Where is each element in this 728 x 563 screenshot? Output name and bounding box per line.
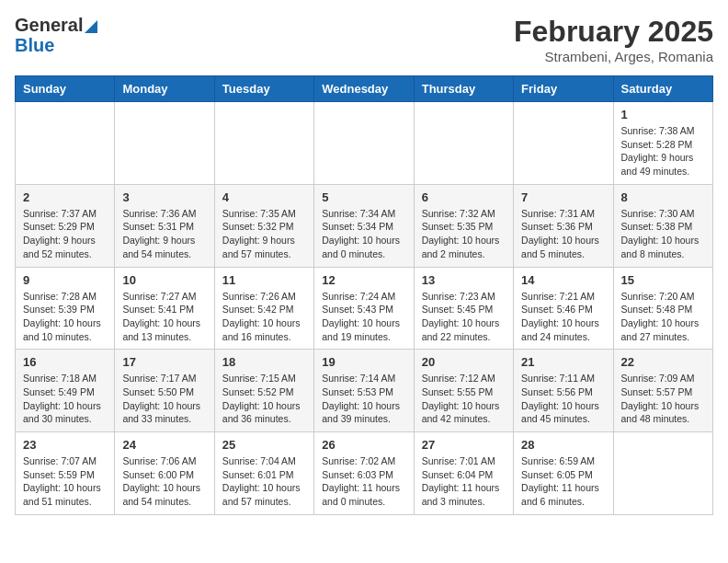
day-info: Sunrise: 7:27 AM Sunset: 5:41 PM Dayligh… — [122, 290, 206, 344]
day-info: Sunrise: 7:14 AM Sunset: 5:53 PM Dayligh… — [322, 372, 405, 426]
calendar-week-row: 9Sunrise: 7:28 AM Sunset: 5:39 PM Daylig… — [16, 267, 713, 350]
logo-general-text: General — [15, 15, 83, 35]
calendar-cell — [613, 432, 712, 515]
calendar-cell: 15Sunrise: 7:20 AM Sunset: 5:48 PM Dayli… — [613, 267, 712, 350]
column-header-monday: Monday — [115, 76, 214, 102]
calendar-cell: 3Sunrise: 7:36 AM Sunset: 5:31 PM Daylig… — [115, 184, 214, 267]
calendar-week-row: 16Sunrise: 7:18 AM Sunset: 5:49 PM Dayli… — [16, 350, 713, 432]
day-info: Sunrise: 7:02 AM Sunset: 6:03 PM Dayligh… — [322, 454, 405, 509]
day-info: Sunrise: 7:21 AM Sunset: 5:46 PM Dayligh… — [521, 290, 605, 344]
calendar-cell: 6Sunrise: 7:32 AM Sunset: 5:35 PM Daylig… — [414, 184, 513, 267]
day-number: 14 — [521, 273, 605, 287]
calendar-cell: 10Sunrise: 7:27 AM Sunset: 5:41 PM Dayli… — [115, 267, 214, 350]
day-info: Sunrise: 7:34 AM Sunset: 5:34 PM Dayligh… — [322, 207, 405, 261]
day-number: 22 — [621, 355, 705, 369]
calendar-cell: 12Sunrise: 7:24 AM Sunset: 5:43 PM Dayli… — [314, 267, 414, 350]
day-number: 27 — [422, 438, 506, 452]
day-number: 4 — [222, 190, 306, 204]
day-info: Sunrise: 7:32 AM Sunset: 5:35 PM Dayligh… — [422, 207, 506, 261]
day-info: Sunrise: 7:38 AM Sunset: 5:28 PM Dayligh… — [621, 124, 705, 178]
day-number: 26 — [322, 438, 405, 452]
day-number: 17 — [122, 355, 206, 369]
day-number: 24 — [122, 438, 206, 452]
calendar-cell: 28Sunrise: 6:59 AM Sunset: 6:05 PM Dayli… — [514, 432, 613, 515]
calendar-cell: 21Sunrise: 7:11 AM Sunset: 5:56 PM Dayli… — [514, 350, 613, 432]
calendar-cell: 2Sunrise: 7:37 AM Sunset: 5:29 PM Daylig… — [16, 184, 115, 267]
calendar-cell — [16, 102, 115, 185]
day-number: 3 — [122, 190, 206, 204]
calendar-cell: 22Sunrise: 7:09 AM Sunset: 5:57 PM Dayli… — [613, 350, 712, 432]
calendar-cell: 18Sunrise: 7:15 AM Sunset: 5:52 PM Dayli… — [214, 350, 313, 432]
calendar-cell: 1Sunrise: 7:38 AM Sunset: 5:28 PM Daylig… — [613, 102, 712, 185]
column-header-sunday: Sunday — [16, 76, 115, 102]
day-number: 11 — [222, 273, 306, 287]
day-info: Sunrise: 7:31 AM Sunset: 5:36 PM Dayligh… — [521, 207, 605, 261]
calendar-cell: 26Sunrise: 7:02 AM Sunset: 6:03 PM Dayli… — [314, 432, 414, 515]
day-number: 25 — [222, 438, 306, 452]
day-number: 21 — [521, 355, 605, 369]
logo-arrow-icon — [85, 17, 97, 33]
day-info: Sunrise: 7:04 AM Sunset: 6:01 PM Dayligh… — [222, 454, 306, 509]
day-info: Sunrise: 7:20 AM Sunset: 5:48 PM Dayligh… — [621, 290, 705, 344]
title-area: February 2025 Strambeni, Arges, Romania — [514, 15, 713, 64]
calendar-cell: 9Sunrise: 7:28 AM Sunset: 5:39 PM Daylig… — [16, 267, 115, 350]
day-number: 8 — [621, 190, 705, 204]
calendar-cell — [314, 102, 414, 185]
calendar-cell: 8Sunrise: 7:30 AM Sunset: 5:38 PM Daylig… — [613, 184, 712, 267]
column-header-saturday: Saturday — [613, 76, 712, 102]
day-number: 6 — [422, 190, 506, 204]
day-info: Sunrise: 7:37 AM Sunset: 5:29 PM Dayligh… — [23, 207, 107, 261]
calendar-week-row: 23Sunrise: 7:07 AM Sunset: 5:59 PM Dayli… — [16, 432, 713, 515]
day-info: Sunrise: 7:11 AM Sunset: 5:56 PM Dayligh… — [521, 372, 605, 426]
calendar-cell: 17Sunrise: 7:17 AM Sunset: 5:50 PM Dayli… — [115, 350, 214, 432]
day-info: Sunrise: 7:06 AM Sunset: 6:00 PM Dayligh… — [122, 454, 206, 509]
logo: General Blue — [15, 15, 97, 55]
month-title: February 2025 — [514, 15, 713, 49]
day-info: Sunrise: 7:15 AM Sunset: 5:52 PM Dayligh… — [222, 372, 306, 426]
day-info: Sunrise: 7:12 AM Sunset: 5:55 PM Dayligh… — [422, 372, 506, 426]
calendar-cell: 16Sunrise: 7:18 AM Sunset: 5:49 PM Dayli… — [16, 350, 115, 432]
day-number: 5 — [322, 190, 405, 204]
day-info: Sunrise: 7:26 AM Sunset: 5:42 PM Dayligh… — [222, 290, 306, 344]
calendar-cell: 14Sunrise: 7:21 AM Sunset: 5:46 PM Dayli… — [514, 267, 613, 350]
calendar-week-row: 2Sunrise: 7:37 AM Sunset: 5:29 PM Daylig… — [16, 184, 713, 267]
day-info: Sunrise: 7:30 AM Sunset: 5:38 PM Dayligh… — [621, 207, 705, 261]
calendar-cell — [514, 102, 613, 185]
calendar-cell: 13Sunrise: 7:23 AM Sunset: 5:45 PM Dayli… — [414, 267, 513, 350]
day-number: 13 — [422, 273, 506, 287]
column-header-friday: Friday — [514, 76, 613, 102]
day-info: Sunrise: 7:17 AM Sunset: 5:50 PM Dayligh… — [122, 372, 206, 426]
calendar-cell: 20Sunrise: 7:12 AM Sunset: 5:55 PM Dayli… — [414, 350, 513, 432]
calendar-cell — [214, 102, 313, 185]
calendar-cell: 24Sunrise: 7:06 AM Sunset: 6:00 PM Dayli… — [115, 432, 214, 515]
calendar-week-row: 1Sunrise: 7:38 AM Sunset: 5:28 PM Daylig… — [16, 102, 713, 185]
logo-blue-text: Blue — [15, 35, 97, 55]
calendar-cell — [414, 102, 513, 185]
day-number: 1 — [621, 108, 705, 121]
day-number: 16 — [23, 355, 107, 369]
day-info: Sunrise: 7:09 AM Sunset: 5:57 PM Dayligh… — [621, 372, 705, 426]
day-info: Sunrise: 7:35 AM Sunset: 5:32 PM Dayligh… — [222, 207, 306, 261]
location-subtitle: Strambeni, Arges, Romania — [514, 49, 713, 64]
calendar-cell: 4Sunrise: 7:35 AM Sunset: 5:32 PM Daylig… — [214, 184, 313, 267]
day-number: 9 — [23, 273, 107, 287]
day-number: 2 — [23, 190, 107, 204]
calendar-cell: 19Sunrise: 7:14 AM Sunset: 5:53 PM Dayli… — [314, 350, 414, 432]
calendar-cell: 25Sunrise: 7:04 AM Sunset: 6:01 PM Dayli… — [214, 432, 313, 515]
day-number: 19 — [322, 355, 405, 369]
page-header: General Blue February 2025 Strambeni, Ar… — [15, 15, 713, 64]
calendar-cell — [115, 102, 214, 185]
column-header-wednesday: Wednesday — [314, 76, 414, 102]
column-header-tuesday: Tuesday — [214, 76, 313, 102]
column-header-thursday: Thursday — [414, 76, 513, 102]
day-info: Sunrise: 7:18 AM Sunset: 5:49 PM Dayligh… — [23, 372, 107, 426]
calendar-cell: 5Sunrise: 7:34 AM Sunset: 5:34 PM Daylig… — [314, 184, 414, 267]
day-info: Sunrise: 6:59 AM Sunset: 6:05 PM Dayligh… — [521, 454, 605, 509]
calendar-cell: 11Sunrise: 7:26 AM Sunset: 5:42 PM Dayli… — [214, 267, 313, 350]
day-number: 10 — [122, 273, 206, 287]
day-info: Sunrise: 7:01 AM Sunset: 6:04 PM Dayligh… — [422, 454, 506, 509]
day-info: Sunrise: 7:24 AM Sunset: 5:43 PM Dayligh… — [322, 290, 405, 344]
calendar-cell: 23Sunrise: 7:07 AM Sunset: 5:59 PM Dayli… — [16, 432, 115, 515]
day-number: 23 — [23, 438, 107, 452]
calendar-cell: 27Sunrise: 7:01 AM Sunset: 6:04 PM Dayli… — [414, 432, 513, 515]
